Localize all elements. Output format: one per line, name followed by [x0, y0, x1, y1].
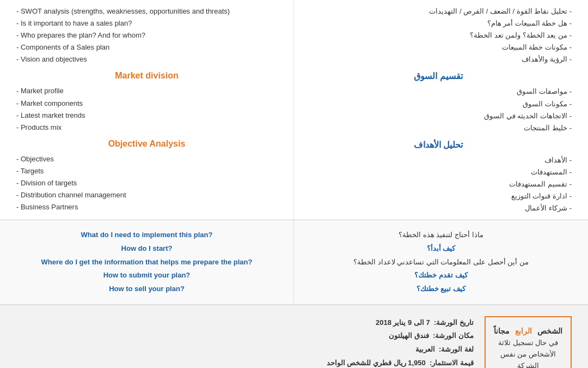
promo-title: الشخص الرابع مجاناً: [492, 324, 564, 337]
content-area: - SWOT analysis (strengths, weaknesses, …: [0, 0, 588, 220]
list-item: - تقسيم المستهدفات: [305, 178, 572, 190]
list-item: - Components of a Sales plan: [16, 41, 277, 53]
vision-objectives-item-right: - الرؤية والأهداف: [305, 53, 572, 65]
list-item: - شركاء الأعمال: [305, 202, 572, 214]
list-item: - Objectives: [16, 153, 277, 165]
footer-price: قيمة الاستثمار: 1,950 ريال قطري للشخص ال…: [16, 357, 474, 368]
language-value: العربية: [415, 345, 435, 353]
question-item-right-blue: كيف أبدأ؟: [305, 242, 577, 256]
list-item: - الأهداف: [305, 154, 572, 166]
intro-items-left: - SWOT analysis (strengths, weaknesses, …: [16, 5, 277, 65]
footer-info: تاريخ الورشة: 7 الى 9 يناير 2018 مكان ال…: [16, 316, 474, 368]
list-item: - تحليل نقاط القوة / الضعف / الفرص / الت…: [305, 5, 572, 17]
questions-left: What do I need to implement this plan? H…: [0, 220, 294, 304]
question-item-right-blue: كيف تبيع خطتك؟: [305, 282, 577, 296]
question-item: Where do I get the information that help…: [16, 256, 277, 269]
list-item: - الاتجاهات الحديثه في السوق: [305, 110, 572, 122]
question-item-right-blue: كيف تقدم خطتك؟: [305, 269, 577, 282]
location-label: مكان الورشة:: [433, 331, 474, 340]
footer-area: تاريخ الورشة: 7 الى 9 يناير 2018 مكان ال…: [0, 304, 588, 368]
footer-language: لغة الورشة: العربية: [16, 343, 474, 357]
question-item: What do I need to implement this plan?: [16, 228, 277, 242]
list-item: - Who prepares the plan? And for whom?: [16, 29, 277, 41]
list-item: - Latest market trends: [16, 110, 277, 122]
price-value: 1,950 ريال قطري للشخص الواحد: [327, 359, 426, 367]
right-column: - تحليل نقاط القوة / الضعف / الفرص / الت…: [294, 0, 588, 220]
question-item-right: ماذا أحتاج لتنفيذ هذه الخطة؟: [305, 228, 577, 242]
question-item: How to sell your plan?: [16, 282, 277, 296]
left-column: - SWOT analysis (strengths, weaknesses, …: [0, 0, 294, 220]
questions-right: ماذا أحتاج لتنفيذ هذه الخطة؟ كيف أبدأ؟ م…: [294, 220, 588, 304]
market-items-left: - Market profile - Market components - L…: [16, 85, 277, 133]
footer-date: تاريخ الورشة: 7 الى 9 يناير 2018: [16, 316, 474, 330]
objective-analysis-title-left: Objective Analysis: [16, 139, 277, 149]
main-container: - SWOT analysis (strengths, weaknesses, …: [0, 0, 588, 368]
language-label: لغة الورشة:: [439, 345, 474, 353]
price-label: قيمة الاستثمار:: [430, 359, 474, 367]
list-item: - Targets: [16, 165, 277, 177]
list-item: - Is it important to have a sales plan?: [16, 17, 277, 29]
promo-highlight: الرابع: [515, 327, 532, 335]
promo-sub-text: في حال تسجيل ثلاثة الأشخاص من نفس الشركة: [492, 337, 564, 368]
footer-promo-box: الشخص الرابع مجاناً في حال تسجيل ثلاثة ا…: [485, 316, 572, 368]
location-value: فندق الهيلتون: [389, 331, 429, 340]
promo-free-label: الشخص: [537, 327, 562, 335]
list-item: - خليط المنتجات: [305, 122, 572, 134]
list-item: - مكونات السوق: [305, 98, 572, 110]
question-item: How to submit your plan?: [16, 269, 277, 282]
date-label: تاريخ الورشة:: [434, 318, 474, 327]
promo-free2-label: مجاناً: [494, 327, 510, 335]
footer-location: مكان الورشة: فندق الهيلتون: [16, 329, 474, 343]
list-item: - من يعد الخطة؟ ولمن تعد الخطة؟: [305, 29, 572, 41]
list-item: - Market profile: [16, 85, 277, 97]
list-item: - Business Partners: [16, 201, 277, 213]
question-item-right: من أين أحصل على المعلومات التي تساعدني ل…: [305, 256, 577, 269]
market-components-item: - Market components: [16, 98, 277, 110]
objective-items-left: - Objectives - Targets - Division of tar…: [16, 153, 277, 213]
list-item: - Division of targets: [16, 177, 277, 189]
list-item: - SWOT analysis (strengths, weaknesses, …: [16, 5, 277, 17]
list-item: - Distribution channel management: [16, 189, 277, 201]
list-item: - مكونات خطة المبيعات: [305, 41, 572, 53]
list-item: - Products mix: [16, 122, 277, 134]
list-item: - مواصفات السوق: [305, 86, 572, 98]
market-division-title-left: Market division: [16, 71, 277, 81]
market-items-right: - مواصفات السوق - مكونات السوق - الاتجاه…: [305, 86, 572, 134]
question-item: How do I start?: [16, 242, 277, 256]
market-division-title-right: تقسيم السوق: [305, 71, 572, 81]
list-item: - المستهدفات: [305, 166, 572, 178]
date-value: 7 الى 9 يناير 2018: [376, 318, 430, 327]
intro-items-right: - تحليل نقاط القوة / الضعف / الفرص / الت…: [305, 5, 572, 65]
questions-row: What do I need to implement this plan? H…: [0, 220, 588, 304]
vision-objectives-item: - Vision and objectives: [16, 53, 277, 65]
list-item: - هل خطة المبيعات أمر هام؟: [305, 17, 572, 29]
list-item: - ادارة قنوات التوزيع: [305, 190, 572, 202]
objective-analysis-title-right: تحليل الأهداف: [305, 140, 572, 150]
objective-items-right: - الأهداف - المستهدفات - تقسيم المستهدفا…: [305, 154, 572, 214]
